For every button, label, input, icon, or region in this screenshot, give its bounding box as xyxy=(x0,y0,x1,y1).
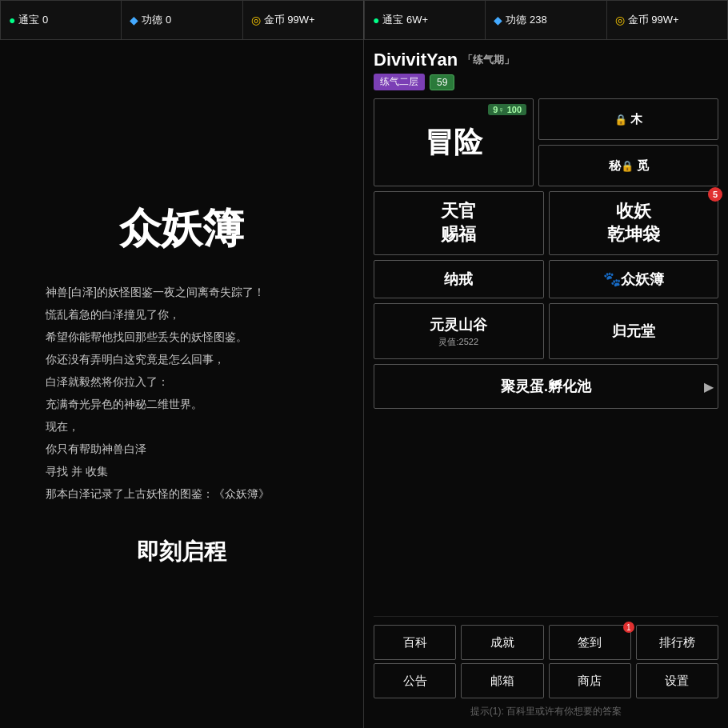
intro-line-2: 慌乱着急的白泽撞见了你， xyxy=(46,303,318,326)
player-name-row: DivivitYan 「练气期」 xyxy=(374,50,718,70)
gongde-label-right: 功德 238 xyxy=(506,13,546,27)
main-content: 众妖簿 神兽[白泽]的妖怪图鉴一夜之间离奇失踪了！ 慌乱着急的白泽撞见了你， 希… xyxy=(0,40,728,728)
shouyao-label: 收妖乾坤袋 xyxy=(607,200,660,246)
top-status-bars: ● 通宝 0 ◆ 功德 0 ◎ 金币 99W+ ● 通宝 6W+ ◆ 功德 23… xyxy=(0,0,728,40)
shouyao-button[interactable]: 收妖乾坤袋 5 xyxy=(549,191,719,255)
intro-line-4: 你还没有弄明白这究竟是怎么回事， xyxy=(46,348,318,370)
locked-label-1: 木 xyxy=(630,112,642,127)
tongbao-icon-right: ● xyxy=(373,14,379,26)
youxiang-label: 邮箱 xyxy=(490,674,514,689)
tianguan-label: 天官赐福 xyxy=(441,200,476,246)
chengjiu-label: 成就 xyxy=(490,635,514,650)
locked-button-2[interactable]: 秘 🔒 觅 xyxy=(538,145,718,186)
right-gongde: ◆ 功德 238 xyxy=(486,1,606,39)
lock-icon-1: 🔒 xyxy=(614,114,627,126)
yuanling-sub: 灵值:2522 xyxy=(438,336,478,348)
chengjiu-button[interactable]: 成就 xyxy=(461,625,543,660)
yuanling-button[interactable]: 元灵山谷 灵值:2522 xyxy=(374,303,544,359)
shezhi-button[interactable]: 设置 xyxy=(636,663,718,698)
hint-text: 提示(1): 百科里或许有你想要的答案 xyxy=(374,705,718,718)
left-status-bar: ● 通宝 0 ◆ 功德 0 ◎ 金币 99W+ xyxy=(0,0,364,40)
najie-button[interactable]: 纳戒 xyxy=(374,260,544,298)
grid-row-3: 纳戒 🐾 众妖簿 xyxy=(374,260,718,298)
grid-row-5: 聚灵蛋.孵化池 ▶ xyxy=(374,364,718,409)
hatch-button[interactable]: 聚灵蛋.孵化池 xyxy=(374,364,718,409)
tongbao-label-right: 通宝 6W+ xyxy=(382,13,428,27)
divider xyxy=(374,616,718,617)
locked-label-2: 秘 xyxy=(609,158,621,174)
game-title: 众妖簿 xyxy=(119,201,244,257)
qiandao-button[interactable]: 签到 1 xyxy=(549,625,631,660)
baike-button[interactable]: 百科 xyxy=(374,625,456,660)
start-button[interactable]: 即刻启程 xyxy=(137,537,226,567)
left-panel: 众妖簿 神兽[白泽]的妖怪图鉴一夜之间离奇失踪了！ 慌乱着急的白泽撞见了你， 希… xyxy=(0,40,364,728)
shangdian-button[interactable]: 商店 xyxy=(549,663,631,698)
left-tongbao: ● 通宝 0 xyxy=(1,1,122,39)
lock-icon-2: 🔒 xyxy=(621,160,634,172)
gonggao-button[interactable]: 公告 xyxy=(374,663,456,698)
grid-area: 冒险 9♀ 100 🔒 木 秘 🔒 觅 xyxy=(374,98,718,611)
gold-icon-left: ◎ xyxy=(251,14,261,26)
gongde-label-left: 功德 0 xyxy=(142,13,171,27)
youxiang-button[interactable]: 邮箱 xyxy=(461,663,543,698)
intro-line-3: 希望你能帮他找回那些丢失的妖怪图鉴。 xyxy=(46,326,318,348)
locked-button-1[interactable]: 🔒 木 xyxy=(538,98,718,140)
zhongyao-icon: 🐾 xyxy=(603,270,621,288)
adventure-label: 冒险 xyxy=(425,123,482,162)
right-panel: DivivitYan 「练气期」 练气二层 59 冒险 9♀ 100 🔒 木 xyxy=(364,40,728,728)
checkin-badge: 1 xyxy=(623,622,634,633)
player-badges: 练气二层 59 xyxy=(374,74,718,90)
gongde-icon-right: ◆ xyxy=(494,14,502,26)
guiyuan-button[interactable]: 归元堂 xyxy=(549,303,719,359)
adventure-sp-badge: 9♀ 100 xyxy=(488,104,526,115)
paihang-label: 排行榜 xyxy=(659,635,695,650)
gold-icon-right: ◎ xyxy=(615,14,625,26)
baike-label: 百科 xyxy=(403,635,427,650)
zhongyao-label: 众妖簿 xyxy=(621,270,664,289)
qiandao-label: 签到 xyxy=(578,635,602,650)
intro-line-8: 你只有帮助神兽白泽 xyxy=(46,438,318,460)
right-tongbao: ● 通宝 6W+ xyxy=(365,1,486,39)
player-info: DivivitYan 「练气期」 练气二层 59 xyxy=(374,50,718,90)
guiyuan-label: 归元堂 xyxy=(612,322,655,341)
bottom-btns-row2: 公告 邮箱 商店 设置 xyxy=(374,663,718,698)
tongbao-label-left: 通宝 0 xyxy=(18,13,48,27)
intro-line-7: 现在， xyxy=(46,415,318,438)
gongde-icon-left: ◆ xyxy=(130,14,138,26)
locked-label-2b: 觅 xyxy=(637,158,649,174)
gold-label-left: 金币 99W+ xyxy=(264,13,315,27)
paihang-button[interactable]: 排行榜 xyxy=(636,625,718,660)
shouyao-badge: 5 xyxy=(708,187,722,202)
tongbao-icon-left: ● xyxy=(9,14,15,26)
right-arrow-icon: ▶ xyxy=(704,379,714,394)
gonggao-label: 公告 xyxy=(403,674,427,689)
intro-line-9: 寻找 并 收集 xyxy=(46,460,318,482)
zhongyao-button[interactable]: 🐾 众妖簿 xyxy=(549,260,719,298)
gold-label-right: 金币 99W+ xyxy=(628,13,679,27)
player-name: DivivitYan xyxy=(374,50,458,70)
right-status-bar: ● 通宝 6W+ ◆ 功德 238 ◎ 金币 99W+ xyxy=(364,0,728,40)
realm-badge: 练气二层 xyxy=(374,74,425,90)
adventure-button[interactable]: 冒险 9♀ 100 xyxy=(374,98,534,186)
najie-label: 纳戒 xyxy=(444,270,473,289)
grid-row-4: 元灵山谷 灵值:2522 归元堂 xyxy=(374,303,718,359)
shezhi-label: 设置 xyxy=(665,674,689,689)
bottom-btns-row1: 百科 成就 签到 1 排行榜 xyxy=(374,625,718,660)
right-col-1: 🔒 木 秘 🔒 觅 xyxy=(538,98,718,186)
left-gongde: ◆ 功德 0 xyxy=(122,1,242,39)
intro-text: 神兽[白泽]的妖怪图鉴一夜之间离奇失踪了！ 慌乱着急的白泽撞见了你， 希望你能帮… xyxy=(46,281,318,505)
intro-line-10: 那本白泽记录了上古妖怪的图鉴：《众妖簿》 xyxy=(46,482,318,505)
intro-line-6: 充满奇光异色的神秘二维世界。 xyxy=(46,393,318,415)
intro-line-5: 白泽就毅然将你拉入了： xyxy=(46,370,318,393)
grid-row-2: 天官赐福 收妖乾坤袋 5 xyxy=(374,191,718,255)
tianguan-button[interactable]: 天官赐福 xyxy=(374,191,544,255)
left-gold: ◎ 金币 99W+ xyxy=(243,1,363,39)
player-period: 「练气期」 xyxy=(462,53,514,67)
yuanling-label: 元灵山谷 xyxy=(430,315,487,334)
hatch-label: 聚灵蛋.孵化池 xyxy=(501,377,591,396)
level-badge: 59 xyxy=(430,74,454,90)
right-gold: ◎ 金币 99W+ xyxy=(607,1,727,39)
intro-line-1: 神兽[白泽]的妖怪图鉴一夜之间离奇失踪了！ xyxy=(46,281,318,303)
shangdian-label: 商店 xyxy=(578,674,602,689)
grid-row-1: 冒险 9♀ 100 🔒 木 秘 🔒 觅 xyxy=(374,98,718,186)
